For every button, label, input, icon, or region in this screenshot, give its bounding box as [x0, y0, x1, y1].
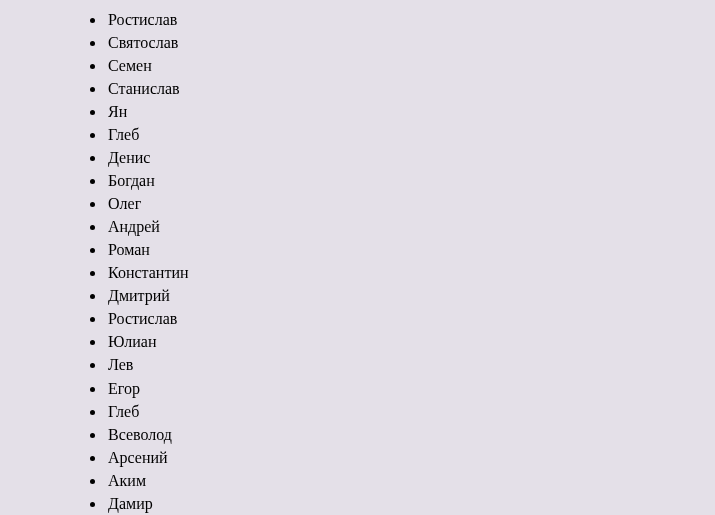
list-item: Константин	[106, 261, 715, 284]
list-item: Дамир	[106, 492, 715, 515]
names-list: Ростислав Святослав Семен Станислав Ян Г…	[88, 8, 715, 515]
list-item: Всеволод	[106, 423, 715, 446]
list-item: Лев	[106, 353, 715, 376]
list-item: Андрей	[106, 215, 715, 238]
list-item: Юлиан	[106, 330, 715, 353]
list-item: Аким	[106, 469, 715, 492]
list-item: Глеб	[106, 123, 715, 146]
list-item: Денис	[106, 146, 715, 169]
list-item: Ростислав	[106, 307, 715, 330]
list-item: Ростислав	[106, 8, 715, 31]
list-item: Дмитрий	[106, 284, 715, 307]
list-item: Арсений	[106, 446, 715, 469]
list-item: Станислав	[106, 77, 715, 100]
list-item: Святослав	[106, 31, 715, 54]
list-item: Олег	[106, 192, 715, 215]
list-item: Глеб	[106, 400, 715, 423]
list-item: Егор	[106, 377, 715, 400]
list-item: Семен	[106, 54, 715, 77]
list-item: Роман	[106, 238, 715, 261]
list-item: Богдан	[106, 169, 715, 192]
list-item: Ян	[106, 100, 715, 123]
